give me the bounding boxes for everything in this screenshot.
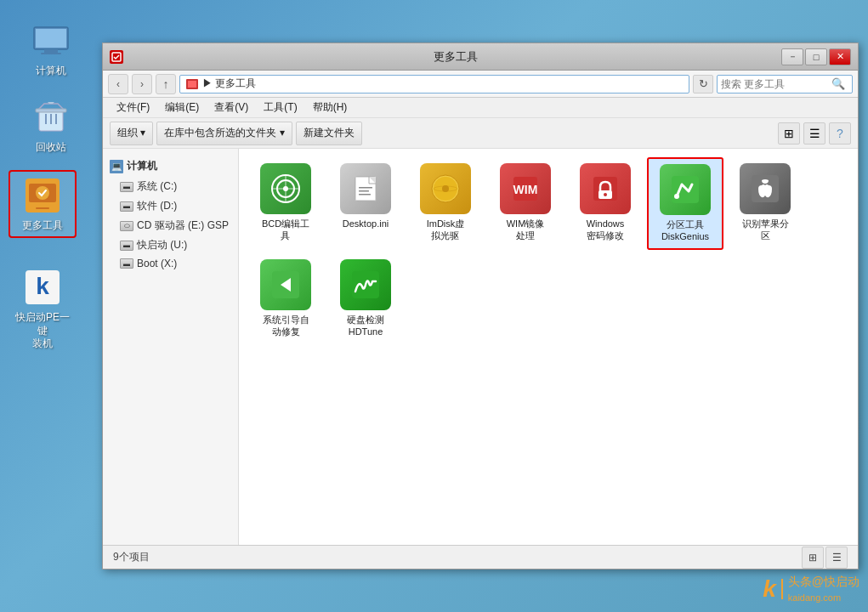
svg-rect-14 bbox=[188, 81, 196, 88]
bootfix-icon bbox=[260, 259, 311, 310]
computer-label: 计算机 bbox=[36, 65, 66, 78]
apple-icon bbox=[740, 163, 791, 214]
menu-help[interactable]: 帮助(H) bbox=[306, 99, 355, 116]
watermark: k 头条@快启动 kaidang.com bbox=[763, 575, 859, 604]
imdisk-icon bbox=[420, 163, 471, 214]
window-title: 更多工具 bbox=[130, 49, 781, 65]
status-view-large[interactable]: ⊞ bbox=[802, 547, 824, 569]
close-button[interactable]: ✕ bbox=[829, 48, 851, 65]
toolbar: 组织 ▾ 在库中包含所选的文件夹 ▾ 新建文件夹 ⊞ ☰ ? bbox=[103, 118, 858, 149]
address-path[interactable]: ▶ 更多工具 bbox=[179, 75, 689, 94]
file-bootfix[interactable]: 系统引导自 动修复 bbox=[247, 253, 324, 344]
desktop-ini-label: Desktop.ini bbox=[343, 218, 389, 230]
more-tools-label: 更多工具 bbox=[22, 219, 63, 233]
svg-rect-21 bbox=[359, 194, 371, 196]
sidebar-drive-d[interactable]: ▬ 软件 (D:) bbox=[103, 196, 238, 216]
pe-label: 快启动PE一键 装机 bbox=[12, 311, 73, 351]
status-view-list[interactable]: ☰ bbox=[825, 547, 848, 569]
search-box[interactable]: 🔍 bbox=[717, 75, 853, 94]
status-text: 9个项目 bbox=[113, 550, 150, 564]
bootfix-label: 系统引导自 动修复 bbox=[263, 314, 309, 338]
hdtune-label: 硬盘检测 HDTune bbox=[347, 314, 384, 338]
apple-label: 识别苹果分 区 bbox=[742, 218, 789, 242]
windows-pwd-icon bbox=[580, 163, 631, 214]
svg-point-9 bbox=[36, 186, 49, 200]
svg-point-32 bbox=[674, 194, 679, 199]
imdisk-label: ImDisk虚 拟光驱 bbox=[427, 218, 465, 242]
svg-rect-5 bbox=[36, 109, 66, 112]
view-large-icon[interactable]: ⊞ bbox=[778, 122, 800, 144]
sidebar-header: 💻 计算机 bbox=[103, 156, 238, 177]
file-diskgenius[interactable]: 分区工具 DiskGenius bbox=[647, 157, 723, 250]
watermark-divider bbox=[781, 579, 783, 599]
refresh-button[interactable]: ↻ bbox=[693, 75, 713, 94]
status-bar: 9个项目 ⊞ ☰ bbox=[103, 545, 858, 569]
include-button[interactable]: 在库中包含所选的文件夹 ▾ bbox=[156, 122, 292, 145]
drive-c-icon: ▬ bbox=[120, 182, 133, 192]
address-bar: ‹ › ↑ ▶ 更多工具 ↻ 🔍 bbox=[103, 71, 858, 98]
file-desktop-ini[interactable]: Desktop.ini bbox=[327, 157, 404, 250]
window-icon bbox=[110, 50, 123, 64]
desktop-icon-recycle[interactable]: 回收站 bbox=[17, 94, 85, 158]
sidebar-drive-u[interactable]: ▬ 快启动 (U:) bbox=[103, 235, 238, 255]
desktop-icon-computer[interactable]: 计算机 bbox=[17, 17, 85, 82]
drive-x-icon: ▬ bbox=[120, 258, 133, 269]
desktop-icon-more-tools[interactable]: 更多工具 bbox=[9, 170, 77, 238]
content-area: 💻 计算机 ▬ 系统 (C:) ▬ 软件 (D:) ⬭ CD 驱动器 (E:) … bbox=[103, 149, 858, 545]
svg-text:k: k bbox=[36, 273, 49, 299]
svg-rect-2 bbox=[44, 49, 58, 53]
bcd-icon bbox=[260, 163, 311, 214]
file-hdtune[interactable]: 硬盘检测 HDTune bbox=[327, 253, 404, 344]
menu-edit[interactable]: 编辑(E) bbox=[158, 99, 206, 116]
search-input[interactable] bbox=[721, 78, 831, 90]
file-wim[interactable]: WIM WIM镜像 处理 bbox=[487, 157, 564, 250]
sidebar: 💻 计算机 ▬ 系统 (C:) ▬ 软件 (D:) ⬭ CD 驱动器 (E:) … bbox=[103, 149, 239, 545]
forward-button[interactable]: › bbox=[132, 74, 152, 94]
svg-rect-3 bbox=[41, 53, 61, 54]
organize-button[interactable]: 组织 ▾ bbox=[110, 122, 153, 145]
minimize-button[interactable]: － bbox=[781, 48, 803, 65]
wim-label: WIM镜像 处理 bbox=[507, 218, 545, 242]
svg-point-30 bbox=[604, 193, 607, 196]
file-windows-pwd[interactable]: Windows 密码修改 bbox=[567, 157, 644, 250]
hdtune-icon bbox=[340, 259, 391, 310]
drive-e-icon: ⬭ bbox=[120, 221, 133, 231]
window-controls: － □ ✕ bbox=[781, 48, 851, 65]
windows-pwd-label: Windows 密码修改 bbox=[587, 218, 625, 242]
view-details[interactable]: ☰ bbox=[803, 122, 825, 144]
restore-button[interactable]: □ bbox=[805, 48, 827, 65]
drive-d-icon: ▬ bbox=[120, 201, 133, 212]
sidebar-drive-c[interactable]: ▬ 系统 (C:) bbox=[103, 177, 238, 196]
breadcrumb-text: ▶ 更多工具 bbox=[202, 76, 256, 91]
desktop-icon-pe[interactable]: k 快启动PE一键 装机 bbox=[9, 264, 77, 354]
sidebar-drive-x[interactable]: ▬ Boot (X:) bbox=[103, 255, 238, 272]
sidebar-drive-e[interactable]: ⬭ CD 驱动器 (E:) GSP bbox=[103, 216, 238, 235]
menu-view[interactable]: 查看(V) bbox=[207, 99, 255, 116]
menu-file[interactable]: 文件(F) bbox=[110, 99, 156, 116]
svg-point-17 bbox=[283, 186, 288, 191]
search-icon[interactable]: 🔍 bbox=[831, 77, 845, 90]
bcd-label: BCD编辑工 具 bbox=[262, 218, 309, 242]
svg-rect-20 bbox=[359, 190, 369, 192]
view-help[interactable]: ? bbox=[829, 122, 851, 144]
svg-rect-1 bbox=[36, 29, 66, 48]
back-button[interactable]: ‹ bbox=[108, 74, 128, 94]
file-grid: BCD编辑工 具 Desktop.ini bbox=[239, 149, 858, 545]
diskgenius-label: 分区工具 DiskGenius bbox=[661, 218, 709, 243]
file-apple[interactable]: 识别苹果分 区 bbox=[727, 157, 803, 250]
file-imdisk[interactable]: ImDisk虚 拟光驱 bbox=[407, 157, 484, 250]
svg-rect-19 bbox=[359, 187, 372, 189]
title-bar: 更多工具 － □ ✕ bbox=[103, 43, 858, 71]
computer-sidebar-icon: 💻 bbox=[110, 160, 123, 173]
watermark-k-letter: k bbox=[763, 575, 776, 603]
explorer-window: 更多工具 － □ ✕ ‹ › ↑ ▶ 更多工具 ↻ 🔍 文件(F) 编辑(E) … bbox=[102, 42, 859, 570]
menu-tools[interactable]: 工具(T) bbox=[257, 99, 304, 116]
svg-text:WIM: WIM bbox=[513, 183, 538, 196]
file-bcd[interactable]: BCD编辑工 具 bbox=[247, 157, 324, 250]
wim-icon: WIM bbox=[500, 163, 551, 214]
up-button[interactable]: ↑ bbox=[156, 74, 176, 94]
watermark-text: 头条@快启动 kaidang.com bbox=[788, 575, 859, 604]
diskgenius-icon bbox=[660, 164, 711, 215]
desktop-ini-icon bbox=[340, 163, 391, 214]
new-folder-button[interactable]: 新建文件夹 bbox=[296, 122, 362, 145]
